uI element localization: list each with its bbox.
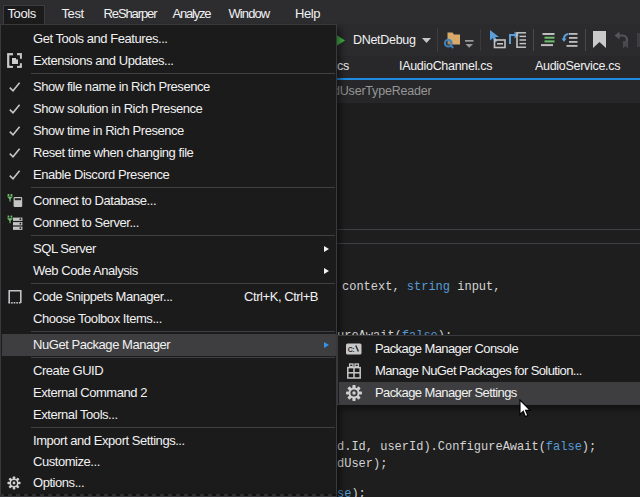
svg-text:C:: C: — [348, 346, 354, 353]
